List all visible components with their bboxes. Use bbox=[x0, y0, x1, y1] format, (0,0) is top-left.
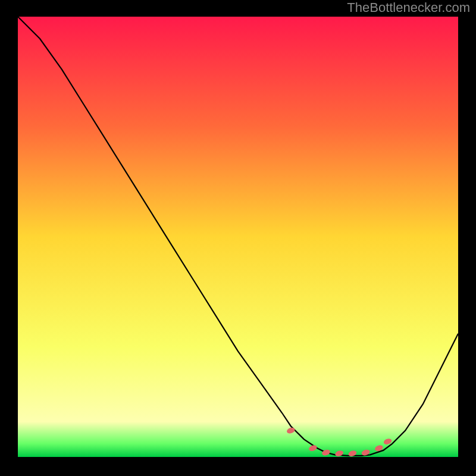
curve-marker bbox=[308, 444, 318, 452]
curve-overlay bbox=[18, 17, 458, 457]
plot-area bbox=[18, 17, 458, 457]
credit-label: TheBottlenecker.com bbox=[347, 0, 470, 15]
curve-marker bbox=[321, 449, 331, 456]
bottleneck-curve-line bbox=[18, 17, 458, 456]
chart-container: TheBottlenecker.com bbox=[0, 0, 476, 476]
curve-marker bbox=[286, 427, 296, 434]
